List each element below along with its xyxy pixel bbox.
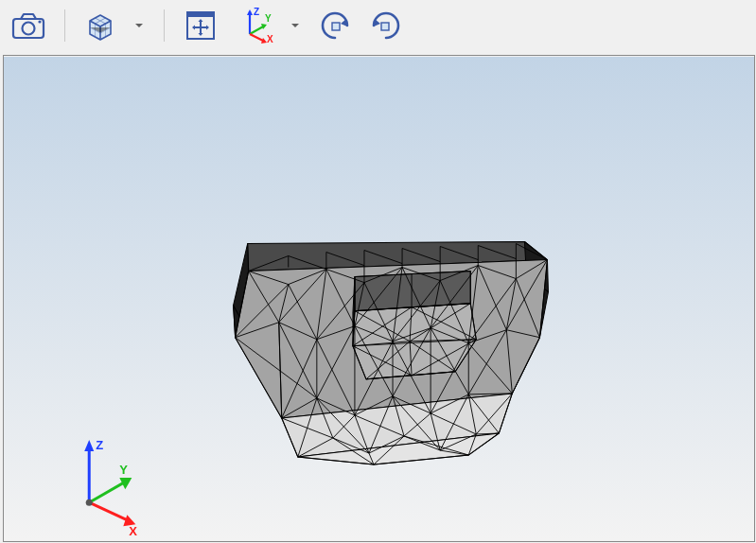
axis-label-z: Z <box>96 438 103 452</box>
rotate-ccw-icon <box>316 7 354 44</box>
view-cube-button[interactable] <box>82 8 118 44</box>
rotate-cw-button[interactable] <box>367 7 405 44</box>
svg-text:Y: Y <box>265 13 272 24</box>
app-root: Z Y X <box>0 0 756 543</box>
toolbar-separator <box>64 9 65 42</box>
toolbar: Z Y X <box>0 0 756 52</box>
rotate-ccw-button[interactable] <box>316 7 354 44</box>
chevron-down-icon <box>290 20 301 31</box>
camera-icon <box>9 9 47 42</box>
toolbar-separator <box>164 9 165 42</box>
svg-text:X: X <box>267 34 273 44</box>
snapshot-button[interactable] <box>9 9 47 42</box>
axes-triad-icon: Z Y X <box>233 6 274 45</box>
axis-label-y: Y <box>119 463 128 477</box>
svg-text:Z: Z <box>254 7 259 17</box>
pan-icon <box>182 7 220 44</box>
svg-rect-11 <box>332 23 340 30</box>
rotate-cw-icon <box>367 7 405 44</box>
svg-rect-12 <box>381 23 389 30</box>
view-cube-dropdown[interactable] <box>132 7 147 44</box>
pan-button[interactable] <box>182 7 220 44</box>
view-cube-icon <box>82 8 118 44</box>
viewport-3d[interactable]: Z Y X <box>3 55 755 542</box>
viewport-container: Z Y X <box>0 52 756 543</box>
svg-rect-4 <box>187 12 214 17</box>
chevron-down-icon <box>133 20 145 31</box>
svg-point-1 <box>23 23 35 35</box>
axis-label-x: X <box>129 524 137 538</box>
svg-point-16 <box>86 499 93 505</box>
axes-triad-button[interactable]: Z Y X <box>233 6 274 45</box>
svg-point-2 <box>38 21 41 24</box>
axes-triad-dropdown[interactable] <box>288 7 303 44</box>
